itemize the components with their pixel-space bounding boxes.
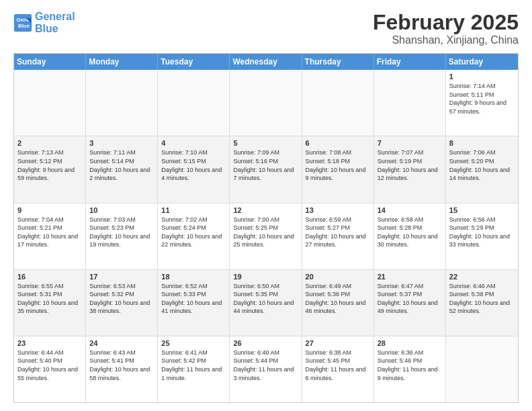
day-number: 26	[233, 339, 298, 347]
day-number: 27	[306, 339, 370, 347]
calendar-cell: 3Sunrise: 7:11 AM Sunset: 5:14 PM Daylig…	[86, 136, 158, 202]
calendar-cell: 9Sunrise: 7:04 AM Sunset: 5:21 PM Daylig…	[14, 203, 86, 269]
logo: General Blue General Blue	[13, 11, 75, 34]
calendar-week-row: 16Sunrise: 6:55 AM Sunset: 5:31 PM Dayli…	[14, 270, 518, 336]
calendar-cell: 22Sunrise: 6:46 AM Sunset: 5:38 PM Dayli…	[446, 270, 518, 336]
day-info: Sunrise: 6:47 AM Sunset: 5:37 PM Dayligh…	[378, 282, 442, 316]
day-number: 5	[233, 139, 298, 147]
calendar-cell: 20Sunrise: 6:49 AM Sunset: 5:36 PM Dayli…	[302, 270, 374, 336]
calendar-header-cell: Monday	[86, 54, 158, 70]
calendar-cell: 1Sunrise: 7:14 AM Sunset: 5:11 PM Daylig…	[446, 70, 518, 136]
day-number: 15	[449, 206, 515, 214]
day-number: 14	[378, 206, 442, 214]
calendar-cell: 8Sunrise: 7:06 AM Sunset: 5:20 PM Daylig…	[446, 136, 518, 202]
day-number: 19	[233, 273, 298, 281]
calendar-cell: 14Sunrise: 6:58 AM Sunset: 5:28 PM Dayli…	[374, 203, 446, 269]
day-info: Sunrise: 7:02 AM Sunset: 5:24 PM Dayligh…	[161, 216, 226, 249]
calendar-cell: 15Sunrise: 6:56 AM Sunset: 5:29 PM Dayli…	[446, 203, 518, 269]
calendar-header-cell: Saturday	[446, 54, 518, 70]
calendar-cell: 5Sunrise: 7:09 AM Sunset: 5:16 PM Daylig…	[230, 136, 302, 202]
calendar-cell	[86, 70, 158, 136]
day-number: 28	[378, 339, 442, 347]
day-info: Sunrise: 6:55 AM Sunset: 5:31 PM Dayligh…	[17, 282, 82, 316]
calendar-body: 1Sunrise: 7:14 AM Sunset: 5:11 PM Daylig…	[14, 70, 518, 402]
day-number: 6	[306, 139, 370, 147]
calendar-week-row: 2Sunrise: 7:13 AM Sunset: 5:12 PM Daylig…	[14, 136, 518, 203]
calendar-cell: 27Sunrise: 6:38 AM Sunset: 5:45 PM Dayli…	[302, 336, 374, 402]
logo-text: General Blue	[35, 11, 75, 34]
calendar-cell: 16Sunrise: 6:55 AM Sunset: 5:31 PM Dayli…	[14, 270, 86, 336]
day-info: Sunrise: 6:46 AM Sunset: 5:38 PM Dayligh…	[449, 282, 515, 316]
calendar-week-row: 1Sunrise: 7:14 AM Sunset: 5:11 PM Daylig…	[14, 70, 518, 136]
day-info: Sunrise: 6:59 AM Sunset: 5:27 PM Dayligh…	[306, 216, 370, 249]
calendar-cell: 12Sunrise: 7:00 AM Sunset: 5:25 PM Dayli…	[230, 203, 302, 269]
calendar-cell: 19Sunrise: 6:50 AM Sunset: 5:35 PM Dayli…	[230, 270, 302, 336]
day-info: Sunrise: 7:10 AM Sunset: 5:15 PM Dayligh…	[161, 148, 226, 182]
calendar-cell: 24Sunrise: 6:43 AM Sunset: 5:41 PM Dayli…	[86, 336, 158, 402]
logo-icon: General Blue	[13, 13, 32, 32]
day-info: Sunrise: 7:14 AM Sunset: 5:11 PM Dayligh…	[449, 82, 515, 116]
day-number: 18	[161, 273, 226, 281]
location-title: Shanshan, Xinjiang, China	[373, 34, 519, 46]
calendar-cell	[158, 70, 230, 136]
day-info: Sunrise: 6:58 AM Sunset: 5:28 PM Dayligh…	[378, 216, 442, 249]
calendar-cell	[302, 70, 374, 136]
day-info: Sunrise: 7:04 AM Sunset: 5:21 PM Dayligh…	[17, 216, 82, 249]
day-number: 22	[449, 273, 515, 281]
day-number: 8	[449, 139, 515, 147]
calendar-week-row: 9Sunrise: 7:04 AM Sunset: 5:21 PM Daylig…	[14, 203, 518, 270]
calendar-cell: 4Sunrise: 7:10 AM Sunset: 5:15 PM Daylig…	[158, 136, 230, 202]
day-info: Sunrise: 7:09 AM Sunset: 5:16 PM Dayligh…	[233, 148, 298, 182]
day-number: 23	[17, 339, 82, 347]
day-info: Sunrise: 7:07 AM Sunset: 5:19 PM Dayligh…	[378, 148, 442, 182]
calendar-cell: 21Sunrise: 6:47 AM Sunset: 5:37 PM Dayli…	[374, 270, 446, 336]
day-info: Sunrise: 7:03 AM Sunset: 5:23 PM Dayligh…	[89, 216, 154, 249]
calendar-cell: 26Sunrise: 6:40 AM Sunset: 5:44 PM Dayli…	[230, 336, 302, 402]
day-number: 12	[233, 206, 298, 214]
day-info: Sunrise: 7:13 AM Sunset: 5:12 PM Dayligh…	[17, 148, 82, 182]
day-info: Sunrise: 7:00 AM Sunset: 5:25 PM Dayligh…	[233, 216, 298, 249]
day-number: 2	[17, 139, 82, 147]
day-number: 7	[378, 139, 442, 147]
day-number: 1	[449, 73, 515, 81]
day-number: 13	[306, 206, 370, 214]
day-info: Sunrise: 6:56 AM Sunset: 5:29 PM Dayligh…	[449, 216, 515, 249]
day-number: 16	[17, 273, 82, 281]
page-header: General Blue General Blue February 2025 …	[13, 11, 519, 46]
calendar-cell: 11Sunrise: 7:02 AM Sunset: 5:24 PM Dayli…	[158, 203, 230, 269]
day-info: Sunrise: 6:38 AM Sunset: 5:45 PM Dayligh…	[306, 349, 370, 382]
day-number: 9	[17, 206, 82, 214]
day-number: 20	[306, 273, 370, 281]
calendar-cell: 6Sunrise: 7:08 AM Sunset: 5:18 PM Daylig…	[302, 136, 374, 202]
calendar-cell: 10Sunrise: 7:03 AM Sunset: 5:23 PM Dayli…	[86, 203, 158, 269]
day-info: Sunrise: 6:43 AM Sunset: 5:41 PM Dayligh…	[89, 349, 154, 382]
title-block: February 2025 Shanshan, Xinjiang, China	[373, 11, 519, 46]
day-info: Sunrise: 6:52 AM Sunset: 5:33 PM Dayligh…	[161, 282, 226, 316]
calendar-cell: 28Sunrise: 6:36 AM Sunset: 5:46 PM Dayli…	[374, 336, 446, 402]
day-info: Sunrise: 6:36 AM Sunset: 5:46 PM Dayligh…	[378, 349, 442, 382]
day-info: Sunrise: 6:50 AM Sunset: 5:35 PM Dayligh…	[233, 282, 298, 316]
day-info: Sunrise: 7:11 AM Sunset: 5:14 PM Dayligh…	[89, 148, 154, 182]
day-number: 3	[89, 139, 154, 147]
calendar-header-cell: Thursday	[302, 54, 374, 70]
day-info: Sunrise: 6:41 AM Sunset: 5:42 PM Dayligh…	[161, 349, 226, 382]
calendar-header-cell: Friday	[374, 54, 446, 70]
calendar: SundayMondayTuesdayWednesdayThursdayFrid…	[13, 53, 519, 403]
calendar-header-cell: Tuesday	[158, 54, 230, 70]
day-number: 4	[161, 139, 226, 147]
calendar-cell	[230, 70, 302, 136]
calendar-cell	[446, 336, 518, 402]
calendar-cell: 17Sunrise: 6:53 AM Sunset: 5:32 PM Dayli…	[86, 270, 158, 336]
day-info: Sunrise: 6:49 AM Sunset: 5:36 PM Dayligh…	[306, 282, 370, 316]
day-info: Sunrise: 6:40 AM Sunset: 5:44 PM Dayligh…	[233, 349, 298, 382]
calendar-cell: 25Sunrise: 6:41 AM Sunset: 5:42 PM Dayli…	[158, 336, 230, 402]
calendar-page: General Blue General Blue February 2025 …	[0, 0, 532, 411]
svg-text:Blue: Blue	[18, 23, 30, 29]
calendar-header-cell: Sunday	[14, 54, 86, 70]
day-number: 11	[161, 206, 226, 214]
day-info: Sunrise: 6:44 AM Sunset: 5:40 PM Dayligh…	[17, 349, 82, 382]
calendar-cell: 2Sunrise: 7:13 AM Sunset: 5:12 PM Daylig…	[14, 136, 86, 202]
day-info: Sunrise: 7:08 AM Sunset: 5:18 PM Dayligh…	[306, 148, 370, 182]
day-info: Sunrise: 6:53 AM Sunset: 5:32 PM Dayligh…	[89, 282, 154, 316]
calendar-cell	[374, 70, 446, 136]
